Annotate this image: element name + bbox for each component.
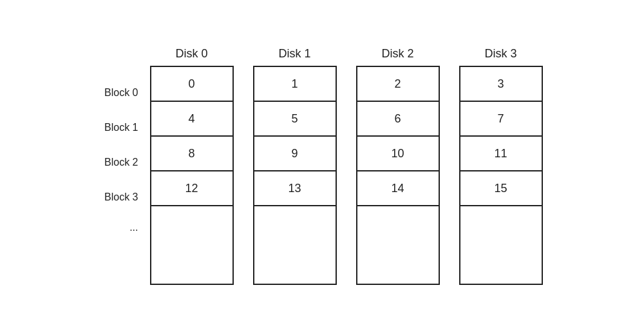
disk-1-cell-empty [254,206,336,284]
disk-2-cell-empty [357,206,439,284]
disk-2-cell-1: 6 [357,102,439,137]
row-label-2: Block 2 [102,145,144,180]
diagram: Block 0 Block 1 Block 2 Block 3 ... Disk… [102,47,543,285]
disk-3-cell-0: 3 [460,67,542,102]
disk-3-column: Disk 3 3 7 11 15 [459,47,543,285]
disk-0-cell-empty [151,206,232,284]
disk-0-column: Disk 0 0 4 8 12 [150,47,234,285]
disk-1-body: 1 5 9 13 [253,66,337,285]
disk-1-cell-0: 1 [254,67,336,102]
disks-container: Disk 0 0 4 8 12 Disk 1 1 5 9 13 [150,47,543,285]
disk-0-cell-1: 4 [151,102,232,137]
disk-3-cell-3: 15 [460,171,542,206]
disk-1-header: Disk 1 [253,47,337,61]
disk-3-body: 3 7 11 15 [459,66,543,285]
disk-1-column: Disk 1 1 5 9 13 [253,47,337,285]
disk-3-cell-1: 7 [460,102,542,137]
disk-0-cell-2: 8 [151,137,232,171]
row-label-0: Block 0 [102,75,144,110]
disk-0-cell-0: 0 [151,67,232,102]
disk-0-header: Disk 0 [150,47,234,61]
disk-1-cell-1: 5 [254,102,336,137]
row-label-1: Block 1 [102,110,144,145]
disk-2-column: Disk 2 2 6 10 14 [356,47,440,285]
disk-0-cell-3: 12 [151,171,232,206]
disk-3-cell-empty [460,206,542,284]
disk-2-header: Disk 2 [356,47,440,61]
row-label-3: Block 3 [102,180,144,215]
main-layout: Block 0 Block 1 Block 2 Block 3 ... Disk… [102,47,543,285]
disk-2-cell-3: 14 [357,171,439,206]
disk-3-cell-2: 11 [460,137,542,171]
disk-2-body: 2 6 10 14 [356,66,440,285]
disk-1-cell-2: 9 [254,137,336,171]
disk-2-cell-0: 2 [357,67,439,102]
disk-2-cell-2: 10 [357,137,439,171]
row-label-ellipsis: ... [102,215,144,240]
disk-1-cell-3: 13 [254,171,336,206]
row-labels: Block 0 Block 1 Block 2 Block 3 ... [102,75,144,240]
disk-3-header: Disk 3 [459,47,543,61]
disk-0-body: 0 4 8 12 [150,66,234,285]
